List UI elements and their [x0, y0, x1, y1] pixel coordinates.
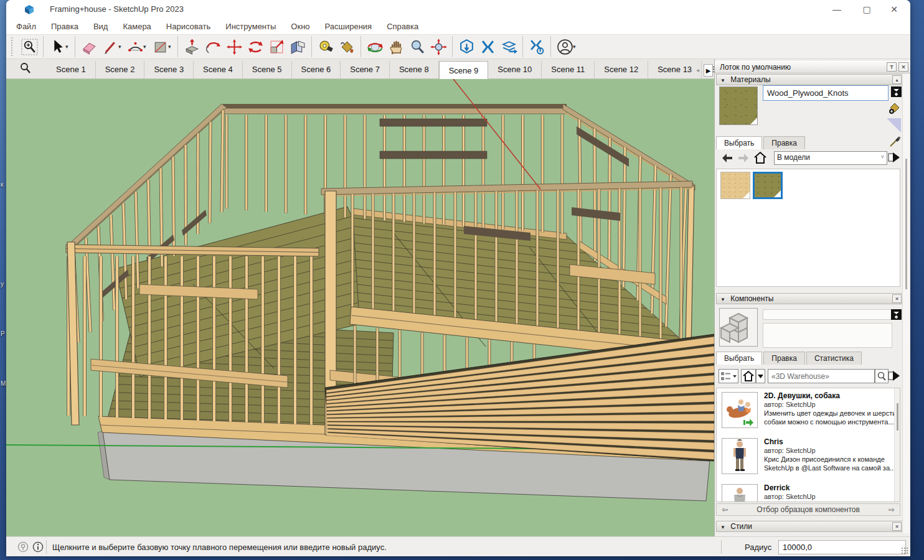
radius-input[interactable]: [778, 540, 906, 554]
rectangle-dropdown-caret[interactable]: ▾: [168, 44, 174, 50]
components-list-scrollbar[interactable]: [894, 388, 900, 502]
materials-pane-toggle-icon[interactable]: [891, 86, 902, 100]
components-pane-toggle-icon[interactable]: [891, 309, 902, 322]
component-item-chris[interactable]: Chris автор: SketchUp Крис Дизон присоед…: [717, 436, 900, 482]
menu-window[interactable]: Окно: [291, 22, 309, 31]
arc-dropdown-caret[interactable]: ▾: [143, 44, 149, 50]
material-sample-swatch[interactable]: [886, 118, 902, 136]
tab-scroll-left-icon[interactable]: ◂: [693, 64, 702, 77]
tab-scene-10[interactable]: Scene 10: [488, 61, 542, 78]
toolbar-drag-handle[interactable]: [11, 37, 15, 56]
components-details-icon[interactable]: [888, 370, 900, 382]
component-item-derrick[interactable]: Derrick автор: SketchUp: [717, 482, 900, 502]
sample-paint-eyedropper-icon[interactable]: [889, 135, 902, 150]
materials-section-header[interactable]: ▼ Материалы ▴: [716, 74, 903, 85]
close-button[interactable]: ✕: [880, 0, 908, 19]
maximize-button[interactable]: ▢: [853, 0, 880, 19]
push-pull-tool-icon[interactable]: [181, 36, 202, 57]
component-name-field[interactable]: [763, 309, 892, 320]
select-tool-icon[interactable]: [47, 36, 68, 57]
account-icon[interactable]: [554, 36, 575, 57]
scenes-search-icon[interactable]: [19, 62, 32, 75]
search-magnifier-icon[interactable]: [875, 369, 889, 383]
materials-collapse-icon[interactable]: ▴: [892, 75, 902, 84]
menu-tools[interactable]: Инструменты: [225, 22, 276, 31]
forward-arrow-icon[interactable]: [737, 152, 750, 164]
tab-scene-4[interactable]: Scene 4: [194, 61, 243, 78]
materials-tab-select[interactable]: Выбрать: [716, 136, 762, 149]
minimize-button[interactable]: —: [823, 0, 851, 19]
arc-tool-icon[interactable]: [125, 36, 146, 57]
extension-warehouse-icon[interactable]: [477, 36, 498, 57]
material-preview[interactable]: [719, 86, 758, 125]
components-list[interactable]: 2D. Девушки, собака автор: SketchUp Изме…: [716, 388, 900, 502]
tab-scene-7[interactable]: Scene 7: [341, 61, 390, 78]
back-arrow-icon[interactable]: [721, 152, 733, 164]
tab-scene-9[interactable]: Scene 9: [439, 61, 489, 79]
tab-scene-2[interactable]: Scene 2: [96, 61, 145, 78]
paint-bucket-tool-icon[interactable]: [336, 36, 357, 57]
zoom-tool-icon[interactable]: [407, 36, 428, 57]
tab-scene-12[interactable]: Scene 12: [595, 61, 648, 78]
info-icon[interactable]: [32, 541, 44, 553]
zoom-extents-tool-icon[interactable]: [428, 36, 449, 57]
menu-camera[interactable]: Камера: [123, 22, 151, 31]
components-section-header[interactable]: ▼ Компоненты ✕: [716, 293, 903, 304]
menu-view[interactable]: Вид: [93, 22, 108, 31]
3d-warehouse-icon[interactable]: [456, 36, 477, 57]
tray-pin-icon[interactable]: Ŧ: [887, 62, 897, 72]
materials-collection-dropdown[interactable]: В модели ˅: [774, 151, 887, 165]
tray-close-icon[interactable]: ✕: [898, 62, 908, 72]
extension-manager-icon[interactable]: [526, 36, 547, 57]
offset-tool-icon[interactable]: [287, 36, 308, 57]
material-swatch-plywood-selected[interactable]: [753, 172, 783, 199]
move-tool-icon[interactable]: [224, 36, 245, 57]
tab-scroll-right-icon[interactable]: ▶: [704, 64, 713, 77]
eraser-tool-icon[interactable]: [78, 36, 100, 57]
components-close-icon[interactable]: ✕: [892, 294, 902, 303]
components-home-button[interactable]: [741, 369, 756, 383]
materials-details-icon[interactable]: [888, 151, 900, 164]
material-name-input[interactable]: [763, 85, 889, 101]
footer-back-arrow-icon[interactable]: ⇦: [722, 505, 728, 514]
component-item-girls-dog[interactable]: 2D. Девушки, собака автор: SketchUp Изме…: [717, 390, 900, 436]
components-tab-edit[interactable]: Правка: [763, 352, 805, 365]
select-dropdown-caret[interactable]: ▾: [65, 44, 72, 50]
footer-forward-arrow-icon[interactable]: ⇨: [889, 505, 895, 514]
tab-scene-11[interactable]: Scene 11: [542, 61, 595, 78]
menu-help[interactable]: Справка: [387, 22, 418, 31]
menu-edit[interactable]: Правка: [51, 22, 78, 31]
view-options-button[interactable]: [719, 369, 738, 383]
share-model-icon[interactable]: [498, 36, 519, 57]
component-description-field[interactable]: [763, 323, 892, 348]
materials-tab-edit[interactable]: Правка: [763, 136, 805, 149]
tab-scene-3[interactable]: Scene 3: [144, 61, 194, 78]
warehouse-search-input[interactable]: [768, 369, 875, 383]
rotate-tool-icon[interactable]: [245, 36, 266, 57]
menu-file[interactable]: Файл: [16, 22, 36, 31]
rectangle-tool-icon[interactable]: [149, 36, 171, 57]
follow-me-tool-icon[interactable]: [202, 36, 224, 57]
tab-scene-5[interactable]: Scene 5: [243, 61, 292, 78]
styles-close-icon[interactable]: ✕: [892, 522, 902, 531]
menu-draw[interactable]: Нарисовать: [166, 22, 210, 31]
tape-measure-tool-icon[interactable]: [315, 36, 336, 57]
styles-section-header[interactable]: ▼ Стили ✕: [716, 521, 903, 532]
pan-tool-icon[interactable]: [385, 36, 407, 57]
tab-scene-1[interactable]: Scene 1: [47, 61, 96, 78]
home-icon[interactable]: [753, 151, 767, 164]
menu-extensions[interactable]: Расширения: [325, 22, 372, 31]
model-viewport[interactable]: [6, 79, 714, 536]
tab-scene-8[interactable]: Scene 8: [390, 61, 439, 78]
geolocation-icon[interactable]: [17, 541, 29, 553]
line-dropdown-caret[interactable]: ▾: [118, 44, 125, 50]
material-swatch-wood[interactable]: [720, 172, 750, 199]
account-dropdown-caret[interactable]: ▾: [573, 44, 579, 50]
components-tab-select[interactable]: Выбрать: [716, 352, 762, 365]
materials-list[interactable]: [716, 169, 900, 287]
zoom-window-icon[interactable]: [19, 36, 40, 57]
components-tab-stats[interactable]: Статистика: [806, 352, 862, 365]
line-tool-icon[interactable]: [100, 36, 121, 57]
create-material-icon[interactable]: [888, 101, 902, 118]
tray-scrollbar[interactable]: [902, 74, 909, 533]
